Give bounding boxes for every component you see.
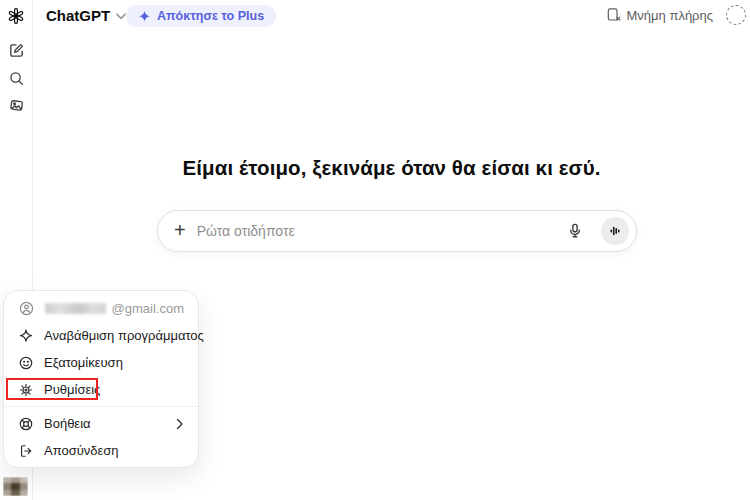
menu-item-label: Βοήθεια xyxy=(44,416,91,431)
attach-plus-icon[interactable]: + xyxy=(174,220,186,240)
menu-item-personalization[interactable]: Εξατομίκευση xyxy=(4,349,198,376)
user-circle-icon xyxy=(18,300,35,317)
account-email-row: @gmail.com xyxy=(4,294,198,322)
voice-mode-button[interactable] xyxy=(601,217,629,245)
blurred-avatar[interactable] xyxy=(3,477,28,496)
chevron-right-icon xyxy=(176,418,184,430)
menu-item-help[interactable]: Βοήθεια xyxy=(4,410,198,437)
openai-logo-icon xyxy=(7,7,25,25)
composer-placeholder: Ρώτα οτιδήποτε xyxy=(197,223,555,239)
menu-item-label: Εξατομίκευση xyxy=(44,355,123,370)
menu-item-label: Αποσύνδεση xyxy=(44,443,119,458)
get-plus-button[interactable]: Απόκτησε το Plus xyxy=(126,5,276,27)
menu-divider xyxy=(4,406,198,407)
memory-full-icon xyxy=(606,7,622,23)
brand-title: ChatGPT xyxy=(46,7,110,24)
waveform-icon xyxy=(607,223,623,239)
blurred-email xyxy=(45,303,106,314)
search-icon[interactable] xyxy=(8,70,25,87)
library-icon[interactable] xyxy=(8,97,25,114)
logout-icon xyxy=(18,443,34,459)
menu-item-upgrade-plan[interactable]: Αναβάθμιση προγράμματος xyxy=(4,322,198,349)
menu-item-label: Αναβάθμιση προγράμματος xyxy=(44,328,204,343)
memory-status[interactable]: Μνήμη πλήρης xyxy=(606,7,713,23)
account-menu: @gmail.com Αναβάθμιση προγράμματος Εξατο… xyxy=(3,290,199,468)
composer-input[interactable]: + Ρώτα οτιδήποτε xyxy=(157,210,637,252)
chatgpt-window: ChatGPT Απόκτησε το Plus Μνήμη πλήρης Εί… xyxy=(0,0,750,500)
menu-item-label: Ρυθμίσεις xyxy=(44,382,100,397)
profile-avatar-placeholder[interactable] xyxy=(726,5,746,25)
sparkle-icon xyxy=(138,10,151,23)
chevron-down-icon xyxy=(116,13,126,20)
greeting-heading: Είμαι έτοιμο, ξεκινάμε όταν θα είσαι κι … xyxy=(33,156,750,180)
menu-item-logout[interactable]: Αποσύνδεση xyxy=(4,437,198,464)
sparkle-icon xyxy=(18,328,34,344)
memory-status-label: Μνήμη πλήρης xyxy=(627,8,713,23)
smiley-icon xyxy=(18,355,34,371)
dictate-mic-icon[interactable] xyxy=(566,222,584,240)
header-right: Μνήμη πλήρης xyxy=(606,5,746,25)
get-plus-label: Απόκτησε το Plus xyxy=(157,9,264,23)
lifebuoy-icon xyxy=(18,416,34,432)
new-chat-icon[interactable] xyxy=(8,42,25,59)
model-switcher[interactable]: ChatGPT xyxy=(46,7,126,24)
gear-icon xyxy=(18,382,34,398)
menu-item-settings[interactable]: Ρυθμίσεις xyxy=(4,376,198,403)
email-suffix: @gmail.com xyxy=(112,301,184,316)
